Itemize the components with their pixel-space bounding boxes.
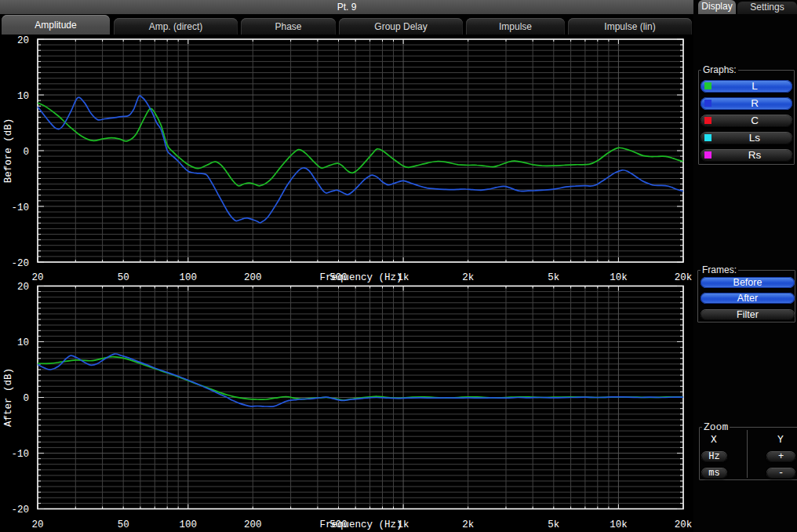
svg-text:10k: 10k <box>610 272 628 283</box>
svg-text:20k: 20k <box>675 519 693 530</box>
svg-text:20: 20 <box>31 519 43 530</box>
svg-text:20: 20 <box>17 35 29 46</box>
svg-text:5k: 5k <box>548 519 559 530</box>
svg-text:2k: 2k <box>462 272 474 283</box>
svg-text:20k: 20k <box>675 272 693 283</box>
svg-text:200: 200 <box>244 272 262 283</box>
svg-text:-10: -10 <box>11 449 29 460</box>
svg-text:100: 100 <box>180 519 198 530</box>
svg-text:Frequency (Hz): Frequency (Hz) <box>319 519 402 530</box>
svg-text:50: 50 <box>118 519 129 530</box>
svg-text:20: 20 <box>17 282 29 293</box>
svg-text:-10: -10 <box>11 202 29 213</box>
svg-text:-20: -20 <box>11 258 29 269</box>
svg-text:10: 10 <box>17 337 29 348</box>
svg-text:Frequency (Hz): Frequency (Hz) <box>319 272 402 283</box>
svg-text:0: 0 <box>23 393 29 404</box>
svg-text:0: 0 <box>23 147 29 158</box>
svg-text:100: 100 <box>180 272 198 283</box>
svg-text:20: 20 <box>31 272 43 283</box>
svg-text:5k: 5k <box>548 272 559 283</box>
svg-text:Before (dB): Before (dB) <box>3 118 14 184</box>
svg-text:10: 10 <box>17 91 29 102</box>
svg-text:2k: 2k <box>462 519 474 530</box>
svg-text:10k: 10k <box>610 519 628 530</box>
svg-text:After (dB): After (dB) <box>3 368 14 427</box>
svg-text:200: 200 <box>244 519 262 530</box>
svg-text:-20: -20 <box>11 505 29 516</box>
svg-text:50: 50 <box>118 272 129 283</box>
